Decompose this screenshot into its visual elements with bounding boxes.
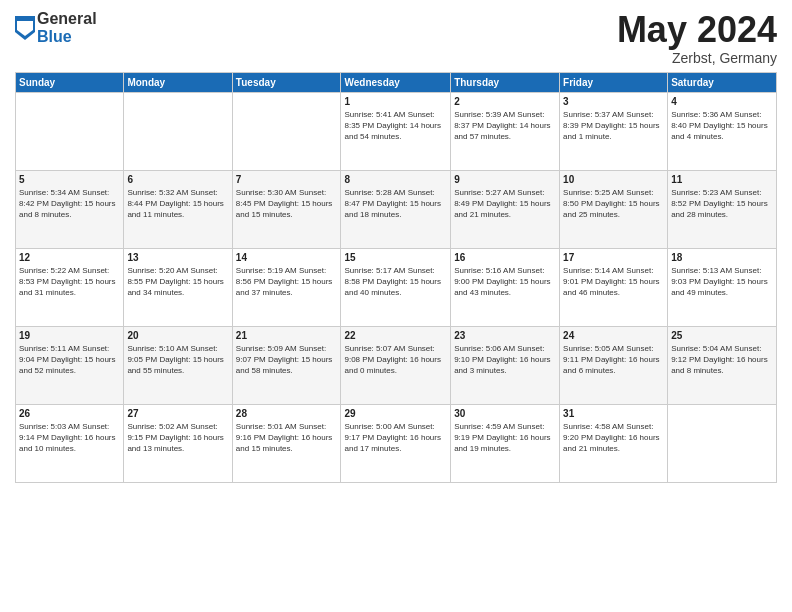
- table-row: 10Sunrise: 5:25 AM Sunset: 8:50 PM Dayli…: [560, 170, 668, 248]
- day-info: Sunrise: 5:39 AM Sunset: 8:37 PM Dayligh…: [454, 109, 556, 143]
- day-info: Sunrise: 5:10 AM Sunset: 9:05 PM Dayligh…: [127, 343, 228, 377]
- calendar-title: May 2024: [617, 10, 777, 50]
- calendar-week-5: 26Sunrise: 5:03 AM Sunset: 9:14 PM Dayli…: [16, 404, 777, 482]
- col-monday: Monday: [124, 72, 232, 92]
- calendar-week-1: 1Sunrise: 5:41 AM Sunset: 8:35 PM Daylig…: [16, 92, 777, 170]
- calendar-header-row: Sunday Monday Tuesday Wednesday Thursday…: [16, 72, 777, 92]
- day-info: Sunrise: 5:17 AM Sunset: 8:58 PM Dayligh…: [344, 265, 447, 299]
- calendar-week-4: 19Sunrise: 5:11 AM Sunset: 9:04 PM Dayli…: [16, 326, 777, 404]
- day-number: 10: [563, 174, 664, 185]
- day-number: 31: [563, 408, 664, 419]
- table-row: 2Sunrise: 5:39 AM Sunset: 8:37 PM Daylig…: [451, 92, 560, 170]
- header: General Blue May 2024 Zerbst, Germany: [15, 10, 777, 66]
- table-row: 23Sunrise: 5:06 AM Sunset: 9:10 PM Dayli…: [451, 326, 560, 404]
- day-info: Sunrise: 5:16 AM Sunset: 9:00 PM Dayligh…: [454, 265, 556, 299]
- day-info: Sunrise: 5:41 AM Sunset: 8:35 PM Dayligh…: [344, 109, 447, 143]
- title-block: May 2024 Zerbst, Germany: [617, 10, 777, 66]
- col-tuesday: Tuesday: [232, 72, 341, 92]
- table-row: [232, 92, 341, 170]
- day-info: Sunrise: 5:07 AM Sunset: 9:08 PM Dayligh…: [344, 343, 447, 377]
- table-row: 20Sunrise: 5:10 AM Sunset: 9:05 PM Dayli…: [124, 326, 232, 404]
- table-row: 11Sunrise: 5:23 AM Sunset: 8:52 PM Dayli…: [668, 170, 777, 248]
- table-row: [16, 92, 124, 170]
- day-info: Sunrise: 5:25 AM Sunset: 8:50 PM Dayligh…: [563, 187, 664, 221]
- logo-blue: Blue: [37, 28, 97, 46]
- day-info: Sunrise: 5:23 AM Sunset: 8:52 PM Dayligh…: [671, 187, 773, 221]
- table-row: [124, 92, 232, 170]
- logo-general: General: [37, 10, 97, 28]
- col-sunday: Sunday: [16, 72, 124, 92]
- table-row: 29Sunrise: 5:00 AM Sunset: 9:17 PM Dayli…: [341, 404, 451, 482]
- day-info: Sunrise: 4:58 AM Sunset: 9:20 PM Dayligh…: [563, 421, 664, 455]
- day-number: 20: [127, 330, 228, 341]
- day-number: 3: [563, 96, 664, 107]
- day-number: 4: [671, 96, 773, 107]
- table-row: 31Sunrise: 4:58 AM Sunset: 9:20 PM Dayli…: [560, 404, 668, 482]
- day-info: Sunrise: 5:03 AM Sunset: 9:14 PM Dayligh…: [19, 421, 120, 455]
- calendar-location: Zerbst, Germany: [617, 50, 777, 66]
- day-number: 11: [671, 174, 773, 185]
- table-row: 22Sunrise: 5:07 AM Sunset: 9:08 PM Dayli…: [341, 326, 451, 404]
- day-info: Sunrise: 5:28 AM Sunset: 8:47 PM Dayligh…: [344, 187, 447, 221]
- table-row: 7Sunrise: 5:30 AM Sunset: 8:45 PM Daylig…: [232, 170, 341, 248]
- calendar-week-3: 12Sunrise: 5:22 AM Sunset: 8:53 PM Dayli…: [16, 248, 777, 326]
- day-number: 6: [127, 174, 228, 185]
- day-info: Sunrise: 5:19 AM Sunset: 8:56 PM Dayligh…: [236, 265, 338, 299]
- day-info: Sunrise: 5:11 AM Sunset: 9:04 PM Dayligh…: [19, 343, 120, 377]
- table-row: 18Sunrise: 5:13 AM Sunset: 9:03 PM Dayli…: [668, 248, 777, 326]
- day-info: Sunrise: 5:00 AM Sunset: 9:17 PM Dayligh…: [344, 421, 447, 455]
- table-row: 28Sunrise: 5:01 AM Sunset: 9:16 PM Dayli…: [232, 404, 341, 482]
- table-row: 15Sunrise: 5:17 AM Sunset: 8:58 PM Dayli…: [341, 248, 451, 326]
- col-thursday: Thursday: [451, 72, 560, 92]
- table-row: [668, 404, 777, 482]
- table-row: 30Sunrise: 4:59 AM Sunset: 9:19 PM Dayli…: [451, 404, 560, 482]
- day-info: Sunrise: 5:22 AM Sunset: 8:53 PM Dayligh…: [19, 265, 120, 299]
- day-info: Sunrise: 5:30 AM Sunset: 8:45 PM Dayligh…: [236, 187, 338, 221]
- table-row: 13Sunrise: 5:20 AM Sunset: 8:55 PM Dayli…: [124, 248, 232, 326]
- day-number: 13: [127, 252, 228, 263]
- day-number: 29: [344, 408, 447, 419]
- day-number: 2: [454, 96, 556, 107]
- day-info: Sunrise: 5:27 AM Sunset: 8:49 PM Dayligh…: [454, 187, 556, 221]
- table-row: 17Sunrise: 5:14 AM Sunset: 9:01 PM Dayli…: [560, 248, 668, 326]
- day-number: 26: [19, 408, 120, 419]
- table-row: 26Sunrise: 5:03 AM Sunset: 9:14 PM Dayli…: [16, 404, 124, 482]
- table-row: 24Sunrise: 5:05 AM Sunset: 9:11 PM Dayli…: [560, 326, 668, 404]
- day-info: Sunrise: 5:01 AM Sunset: 9:16 PM Dayligh…: [236, 421, 338, 455]
- logo-icon: [15, 16, 35, 40]
- table-row: 8Sunrise: 5:28 AM Sunset: 8:47 PM Daylig…: [341, 170, 451, 248]
- table-row: 3Sunrise: 5:37 AM Sunset: 8:39 PM Daylig…: [560, 92, 668, 170]
- day-info: Sunrise: 5:02 AM Sunset: 9:15 PM Dayligh…: [127, 421, 228, 455]
- day-number: 22: [344, 330, 447, 341]
- day-info: Sunrise: 5:34 AM Sunset: 8:42 PM Dayligh…: [19, 187, 120, 221]
- day-number: 17: [563, 252, 664, 263]
- day-number: 19: [19, 330, 120, 341]
- day-number: 23: [454, 330, 556, 341]
- day-number: 21: [236, 330, 338, 341]
- day-info: Sunrise: 4:59 AM Sunset: 9:19 PM Dayligh…: [454, 421, 556, 455]
- day-number: 16: [454, 252, 556, 263]
- day-number: 14: [236, 252, 338, 263]
- table-row: 9Sunrise: 5:27 AM Sunset: 8:49 PM Daylig…: [451, 170, 560, 248]
- day-number: 9: [454, 174, 556, 185]
- day-info: Sunrise: 5:06 AM Sunset: 9:10 PM Dayligh…: [454, 343, 556, 377]
- table-row: 27Sunrise: 5:02 AM Sunset: 9:15 PM Dayli…: [124, 404, 232, 482]
- day-info: Sunrise: 5:20 AM Sunset: 8:55 PM Dayligh…: [127, 265, 228, 299]
- table-row: 21Sunrise: 5:09 AM Sunset: 9:07 PM Dayli…: [232, 326, 341, 404]
- table-row: 25Sunrise: 5:04 AM Sunset: 9:12 PM Dayli…: [668, 326, 777, 404]
- day-number: 18: [671, 252, 773, 263]
- table-row: 6Sunrise: 5:32 AM Sunset: 8:44 PM Daylig…: [124, 170, 232, 248]
- day-number: 24: [563, 330, 664, 341]
- day-number: 30: [454, 408, 556, 419]
- day-number: 25: [671, 330, 773, 341]
- day-number: 7: [236, 174, 338, 185]
- day-number: 1: [344, 96, 447, 107]
- day-info: Sunrise: 5:09 AM Sunset: 9:07 PM Dayligh…: [236, 343, 338, 377]
- logo: General Blue: [15, 10, 97, 45]
- table-row: 16Sunrise: 5:16 AM Sunset: 9:00 PM Dayli…: [451, 248, 560, 326]
- table-row: 19Sunrise: 5:11 AM Sunset: 9:04 PM Dayli…: [16, 326, 124, 404]
- calendar-week-2: 5Sunrise: 5:34 AM Sunset: 8:42 PM Daylig…: [16, 170, 777, 248]
- page: General Blue May 2024 Zerbst, Germany Su…: [0, 0, 792, 612]
- col-wednesday: Wednesday: [341, 72, 451, 92]
- col-friday: Friday: [560, 72, 668, 92]
